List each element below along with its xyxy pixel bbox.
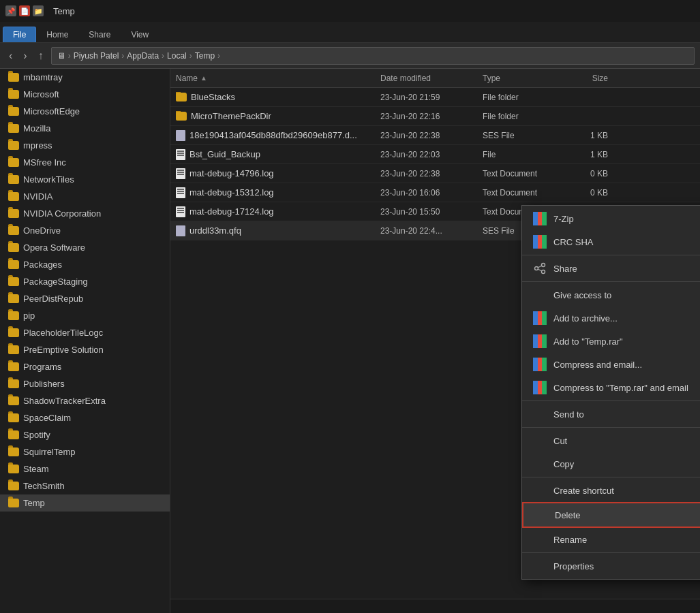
sidebar[interactable]: mbamtrayMicrosoftMicrosoftEdgeMozillampr…	[0, 69, 170, 613]
sidebar-item-squirreltemp[interactable]: SquirrelTemp	[0, 443, 170, 460]
breadcrumb[interactable]: 🖥 › Piyush Patel › AppData › Local › Tem…	[51, 47, 695, 65]
blank-icon	[533, 457, 547, 471]
ctx-item-share[interactable]: Share	[522, 257, 700, 280]
sidebar-item-placeholdertilelogc[interactable]: PlaceholderTileLogc	[0, 324, 170, 341]
sidebar-item-nvidia-corporation[interactable]: NVIDIA Corporation	[0, 205, 170, 222]
sidebar-item-packagestaging[interactable]: PackageStaging	[0, 273, 170, 290]
pin-icon: 📌	[5, 5, 16, 16]
tab-file[interactable]: File	[3, 27, 36, 42]
file-type: File folder	[477, 93, 559, 102]
sidebar-item-peerdistrepub[interactable]: PeerDistRepub	[0, 290, 170, 307]
sidebar-item-mozilla[interactable]: Mozilla	[0, 120, 170, 137]
ctx-item-add-to--temp.rar-[interactable]: Add to "Temp.rar"	[522, 330, 700, 353]
sidebar-item-temp[interactable]: Temp	[0, 494, 170, 512]
sidebar-item-label: SpaceClaim	[23, 413, 71, 423]
sidebar-item-shadowtrackerextra[interactable]: ShadowTrackerExtra	[0, 392, 170, 409]
sidebar-item-mbamtray[interactable]: mbamtray	[0, 69, 170, 86]
folder-icon	[8, 465, 19, 473]
file-name: mat-debug-17124.log	[170, 206, 375, 217]
ctx-label: Give access to	[553, 290, 611, 300]
blank-icon	[533, 484, 547, 497]
sidebar-item-spaceclaim[interactable]: SpaceClaim	[0, 409, 170, 426]
folder-icon	[8, 226, 19, 235]
table-row[interactable]: Bst_Guid_Backup 23-Jun-20 22:03 File 1 K…	[170, 145, 700, 164]
folder-icon	[8, 362, 19, 371]
ctx-item-send-to[interactable]: Send to ▶	[522, 403, 700, 426]
sidebar-item-steam[interactable]: Steam	[0, 460, 170, 477]
sidebar-item-msfree-inc[interactable]: MSfree Inc	[0, 154, 170, 171]
table-row[interactable]: BlueStacks 23-Jun-20 21:59 File folder	[170, 88, 700, 107]
table-row[interactable]: mat-debug-14796.log 23-Jun-20 22:38 Text…	[170, 164, 700, 183]
folder-icon	[8, 124, 19, 133]
sidebar-item-opera-software[interactable]: Opera Software	[0, 239, 170, 256]
file-type: Text Document	[477, 188, 559, 198]
col-date-header[interactable]: Date modified	[375, 74, 477, 83]
ctx-item-add-to-archive...[interactable]: Add to archive...	[522, 306, 700, 330]
sidebar-item-label: pip	[23, 311, 35, 321]
sidebar-item-pip[interactable]: pip	[0, 307, 170, 324]
folder-icon	[8, 447, 19, 456]
ctx-item-give-access-to[interactable]: Give access to ▶	[522, 283, 700, 306]
sidebar-item-programs[interactable]: Programs	[0, 358, 170, 375]
ctx-item-properties[interactable]: Properties	[522, 554, 700, 578]
folder-icon	[8, 311, 19, 320]
file-name: BlueStacks	[170, 92, 375, 102]
svg-line-9	[538, 266, 541, 268]
table-row[interactable]: 18e190413af045db88dfbd29609eb877.d... 23…	[170, 126, 700, 145]
table-row[interactable]: MicroThemePackDir 23-Jun-20 22:16 File f…	[170, 107, 700, 126]
ctx-item-crc-sha[interactable]: CRC SHA ▶	[522, 230, 700, 253]
back-button[interactable]: ‹	[5, 48, 16, 63]
breadcrumb-local: Local	[167, 51, 187, 61]
sidebar-item-microsoft[interactable]: Microsoft	[0, 86, 170, 103]
sidebar-item-label: PeerDistRepub	[23, 294, 83, 304]
ctx-item-copy[interactable]: Copy	[522, 452, 700, 475]
up-button[interactable]: ↑	[35, 48, 47, 63]
file-date: 23-Jun-20 15:50	[375, 207, 477, 217]
context-separator	[522, 427, 700, 428]
svg-rect-20	[533, 381, 538, 394]
sidebar-item-networktiles[interactable]: NetworkTiles	[0, 171, 170, 188]
sidebar-item-nvidia[interactable]: NVIDIA	[0, 188, 170, 205]
sidebar-item-mpress[interactable]: mpress	[0, 137, 170, 154]
ctx-item-compress-to--temp.rar--and-email[interactable]: Compress to "Temp.rar" and email	[522, 376, 700, 399]
folder-icon	[8, 328, 19, 337]
tab-home[interactable]: Home	[36, 27, 78, 42]
svg-line-10	[538, 269, 541, 271]
sidebar-item-label: Steam	[23, 464, 49, 474]
ctx-item-create-shortcut[interactable]: Create shortcut	[522, 479, 700, 502]
sidebar-item-label: OneDrive	[23, 225, 61, 236]
svg-point-8	[542, 270, 545, 274]
sidebar-item-microsoftedge[interactable]: MicrosoftEdge	[0, 103, 170, 120]
ctx-item-delete[interactable]: Delete	[522, 502, 700, 528]
col-name-header[interactable]: Name ▲	[170, 74, 375, 83]
ctx-item-7-zip[interactable]: 7-Zip ▶	[522, 207, 700, 230]
title-bar-icons: 📌 📄 📁	[5, 5, 44, 16]
forward-button[interactable]: ›	[20, 48, 30, 63]
col-type-header[interactable]: Type	[477, 74, 559, 83]
folder-icon	[8, 413, 19, 422]
breadcrumb-root: 🖥	[57, 51, 65, 61]
file-size: 1 KB	[559, 150, 613, 159]
sidebar-item-onedrive[interactable]: OneDrive	[0, 222, 170, 239]
7zip-icon	[533, 334, 547, 348]
ctx-item-cut[interactable]: Cut	[522, 429, 700, 452]
blank-icon	[533, 533, 547, 546]
tab-view[interactable]: View	[121, 27, 159, 42]
file-type: SES File	[477, 131, 559, 140]
sidebar-item-preemptive-solution[interactable]: PreEmptive Solution	[0, 341, 170, 358]
table-row[interactable]: mat-debug-15312.log 23-Jun-20 16:06 Text…	[170, 183, 700, 202]
ctx-item-rename[interactable]: Rename	[522, 528, 700, 551]
sidebar-item-techsmith[interactable]: TechSmith	[0, 477, 170, 494]
svg-point-6	[542, 264, 545, 267]
tab-share[interactable]: Share	[78, 27, 121, 42]
folder-icon	[8, 260, 19, 269]
col-size-header[interactable]: Size	[559, 74, 613, 83]
ctx-item-compress-and-email...[interactable]: Compress and email...	[522, 353, 700, 376]
file-header: Name ▲ Date modified Type Size	[170, 69, 700, 88]
sidebar-item-publishers[interactable]: Publishers	[0, 375, 170, 392]
file-size: 1 KB	[559, 131, 613, 140]
sidebar-item-packages[interactable]: Packages	[0, 256, 170, 273]
sidebar-item-spotify[interactable]: Spotify	[0, 426, 170, 443]
svg-rect-12	[538, 311, 542, 325]
svg-rect-13	[542, 311, 547, 325]
